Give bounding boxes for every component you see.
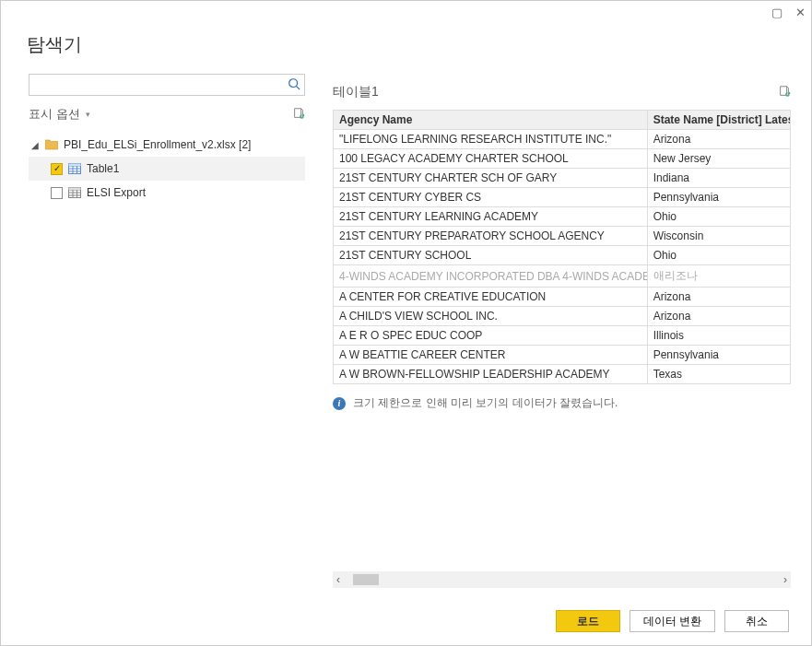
- table-row[interactable]: 100 LEGACY ACADEMY CHARTER SCHOOLNew Jer…: [334, 149, 791, 169]
- tree-item-table1[interactable]: ✓ Table1: [29, 157, 305, 181]
- info-message: i 크기 제한으로 인해 미리 보기의 데이터가 잘렸습니다.: [333, 395, 791, 411]
- maximize-icon[interactable]: ▢: [771, 6, 783, 19]
- refresh-icon[interactable]: [292, 107, 305, 123]
- transform-data-button[interactable]: 데이터 변환: [630, 610, 715, 632]
- folder-icon: [45, 139, 58, 150]
- table-row[interactable]: A W BROWN-FELLOWSHIP LEADERSHIP ACADEMYT…: [334, 365, 791, 384]
- column-header[interactable]: Agency Name: [334, 111, 648, 130]
- window-titlebar: ▢ ✕: [1, 1, 811, 23]
- scroll-right-icon[interactable]: ›: [783, 573, 787, 586]
- cell-agency-name: 21ST CENTURY CYBER CS: [334, 188, 648, 207]
- search-icon[interactable]: [288, 77, 300, 93]
- svg-point-0: [289, 78, 298, 87]
- cell-state-name: Arizona: [647, 130, 790, 149]
- cell-state-name: New Jersey: [647, 149, 790, 169]
- table-row[interactable]: 21ST CENTURY SCHOOLOhio: [334, 246, 791, 265]
- table-row[interactable]: 21ST CENTURY CYBER CSPennsylvania: [334, 188, 791, 207]
- cancel-button[interactable]: 취소: [724, 610, 789, 632]
- table-header-row: Agency Name State Name [District] Latest…: [334, 111, 791, 130]
- table-row[interactable]: 21ST CENTURY PREPARATORY SCHOOL AGENCYWi…: [334, 227, 791, 246]
- preview-title: 테이블1: [333, 84, 379, 100]
- table-row[interactable]: 21ST CENTURY LEARNING ACADEMYOhio: [334, 207, 791, 227]
- expander-icon[interactable]: ◢: [30, 140, 40, 150]
- cell-state-name: Pennsylvania: [647, 188, 790, 207]
- horizontal-scrollbar[interactable]: ‹ ›: [333, 571, 791, 588]
- cell-agency-name: 21ST CENTURY CHARTER SCH OF GARY: [334, 169, 648, 188]
- table-container: Agency Name State Name [District] Latest…: [333, 110, 791, 384]
- table-row[interactable]: 4-WINDS ACADEMY INCORPORATED DBA 4-WINDS…: [334, 265, 791, 288]
- scroll-left-icon[interactable]: ‹: [336, 573, 340, 586]
- cell-agency-name: 4-WINDS ACADEMY INCORPORATED DBA 4-WINDS…: [334, 265, 648, 288]
- cell-agency-name: 21ST CENTURY LEARNING ACADEMY: [334, 207, 648, 227]
- cell-state-name: Indiana: [647, 169, 790, 188]
- cell-state-name: 애리조나: [647, 265, 790, 288]
- svg-rect-8: [69, 164, 81, 167]
- close-icon[interactable]: ✕: [795, 6, 806, 19]
- cell-state-name: Arizona: [647, 307, 790, 326]
- display-options-dropdown[interactable]: 표시 옵션 ▾: [29, 106, 90, 123]
- button-bar: 로드 데이터 변환 취소: [1, 597, 811, 645]
- tree-view: ◢ PBI_Edu_ELSi_Enrollment_v2.xlsx [2] ✓ …: [29, 133, 305, 205]
- checkbox-checked[interactable]: ✓: [51, 163, 63, 175]
- info-text: 크기 제한으로 인해 미리 보기의 데이터가 잘렸습니다.: [353, 395, 618, 411]
- table-row[interactable]: A W BEATTIE CAREER CENTERPennsylvania: [334, 346, 791, 365]
- tree-item-label: Table1: [87, 162, 119, 175]
- table-row[interactable]: A E R O SPEC EDUC COOPIllinois: [334, 326, 791, 346]
- search-box[interactable]: [29, 74, 305, 96]
- cell-state-name: Ohio: [647, 207, 790, 227]
- cell-agency-name: A W BROWN-FELLOWSHIP LEADERSHIP ACADEMY: [334, 365, 648, 384]
- tree-item-elsi-export[interactable]: ELSI Export: [29, 181, 305, 205]
- table-row[interactable]: 21ST CENTURY CHARTER SCH OF GARYIndiana: [334, 169, 791, 188]
- cell-agency-name: A CENTER FOR CREATIVE EDUCATION: [334, 288, 648, 307]
- scroll-thumb[interactable]: [353, 574, 379, 585]
- preview-table: Agency Name State Name [District] Latest…: [333, 110, 791, 384]
- cell-agency-name: A CHILD'S VIEW SCHOOL INC.: [334, 307, 648, 326]
- cell-agency-name: "LIFELONG LEARNING RESEARCH INSTITUTE IN…: [334, 130, 648, 149]
- refresh-preview-icon[interactable]: [778, 85, 791, 100]
- preview-header: 테이블1: [333, 84, 791, 100]
- cell-state-name: Illinois: [647, 326, 790, 346]
- table-row[interactable]: A CHILD'S VIEW SCHOOL INC.Arizona: [334, 307, 791, 326]
- table-row[interactable]: A CENTER FOR CREATIVE EDUCATIONArizona: [334, 288, 791, 307]
- display-options-row: 표시 옵션 ▾: [29, 103, 305, 125]
- info-icon: i: [333, 397, 346, 410]
- cell-state-name: Ohio: [647, 246, 790, 265]
- preview-pane: 테이블1 Agency Name State Name [District] L…: [316, 75, 811, 597]
- navigator-pane: 탐색기 표시 옵션 ▾ ◢: [1, 23, 316, 597]
- cell-agency-name: 21ST CENTURY PREPARATORY SCHOOL AGENCY: [334, 227, 648, 246]
- cell-state-name: Wisconsin: [647, 227, 790, 246]
- display-options-label: 표시 옵션: [29, 106, 80, 123]
- svg-rect-15: [69, 188, 81, 191]
- cell-agency-name: 100 LEGACY ACADEMY CHARTER SCHOOL: [334, 149, 648, 169]
- cell-state-name: Arizona: [647, 288, 790, 307]
- cell-agency-name: A W BEATTIE CAREER CENTER: [334, 346, 648, 365]
- search-input[interactable]: [35, 78, 288, 91]
- table-icon: [68, 163, 81, 174]
- cell-agency-name: A E R O SPEC EDUC COOP: [334, 326, 648, 346]
- file-name-label: PBI_Edu_ELSi_Enrollment_v2.xlsx [2]: [64, 138, 251, 151]
- dialog-content: 탐색기 표시 옵션 ▾ ◢: [1, 23, 811, 645]
- main-area: 탐색기 표시 옵션 ▾ ◢: [1, 23, 811, 597]
- table-row[interactable]: "LIFELONG LEARNING RESEARCH INSTITUTE IN…: [334, 130, 791, 149]
- cell-state-name: Pennsylvania: [647, 346, 790, 365]
- table-icon: [68, 187, 81, 198]
- checkbox-unchecked[interactable]: [51, 187, 63, 199]
- tree-file-node[interactable]: ◢ PBI_Edu_ELSi_Enrollment_v2.xlsx [2]: [29, 133, 305, 157]
- caret-down-icon: ▾: [86, 110, 90, 119]
- column-header[interactable]: State Name [District] Latest available y…: [647, 111, 790, 130]
- cell-agency-name: 21ST CENTURY SCHOOL: [334, 246, 648, 265]
- svg-line-1: [297, 86, 300, 89]
- tree-item-label: ELSI Export: [87, 186, 146, 199]
- cell-state-name: Texas: [647, 365, 790, 384]
- dialog-title: 탐색기: [27, 32, 305, 57]
- load-button[interactable]: 로드: [556, 610, 620, 632]
